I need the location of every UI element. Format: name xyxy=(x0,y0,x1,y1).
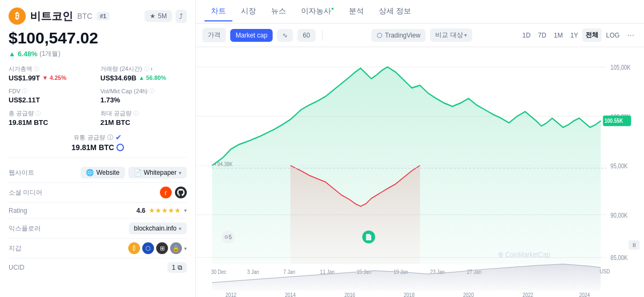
svg-text:90,00K: 90,00K xyxy=(611,212,628,219)
svg-text:2024: 2024 xyxy=(579,292,590,297)
fdv-label: FDV xyxy=(9,88,20,94)
doc-icon: 📄 xyxy=(134,169,142,176)
volume-label: 거래량 (24시간) xyxy=(100,65,142,73)
tab-farming[interactable]: 이자농사● xyxy=(295,2,340,21)
svg-text:95,00K: 95,00K xyxy=(611,162,628,169)
circulating-label: 유통 공급량 xyxy=(74,133,105,142)
coin-symbol: BTC xyxy=(77,12,92,20)
svg-text:2016: 2016 xyxy=(345,292,355,297)
total-supply-info-icon: ⓘ xyxy=(35,110,41,117)
wallet-icon-4[interactable]: 🔒 xyxy=(170,242,182,254)
annotation-5[interactable]: ⊙ 5 xyxy=(222,231,235,243)
website-button[interactable]: 🌐 Website xyxy=(80,167,125,179)
wallet-chevron-icon[interactable]: ▾ xyxy=(184,246,187,251)
volume-arrow-icon[interactable]: › xyxy=(151,66,152,72)
wallet-icon-1[interactable]: ₿ xyxy=(128,242,140,254)
star-icon: ★ xyxy=(150,12,156,20)
wallet-icon-2[interactable]: ⬡ xyxy=(142,242,154,254)
wallet-label: 지갑 xyxy=(9,244,21,253)
time-1m-button[interactable]: 1M xyxy=(551,29,566,41)
svg-text:105,00K: 105,00K xyxy=(611,64,631,71)
tab-news[interactable]: 뉴스 xyxy=(265,2,292,21)
svg-text:2020: 2020 xyxy=(463,292,474,297)
more-button[interactable]: ··· xyxy=(624,28,638,42)
svg-text:100.55K: 100.55K xyxy=(605,117,624,124)
compare-dropdown[interactable]: 비교 대상 ▾ xyxy=(430,28,472,42)
tab-chart[interactable]: 차트 xyxy=(204,2,232,21)
market-cap-change: ▼ 4.25% xyxy=(42,75,67,81)
coin-name: 비트코인 xyxy=(30,9,73,24)
toolbar-separator xyxy=(322,30,323,41)
volume-change: ▲ 56.80% xyxy=(138,75,166,81)
max-supply-info-icon: ⓘ xyxy=(133,110,138,117)
circulating-value: 19.81M BTC xyxy=(71,143,114,152)
explorer-button[interactable]: blockchain.info ▾ xyxy=(129,222,187,234)
time-1y-button[interactable]: 1Y xyxy=(567,29,582,41)
tradingview-icon: ⬡ xyxy=(377,32,382,39)
tab-detail[interactable]: 상세 정보 xyxy=(372,2,418,21)
svg-text:• 94.38K: • 94.38K xyxy=(214,161,233,167)
wallet-icon-3[interactable]: ⊞ xyxy=(156,242,168,254)
social-row: 소셜 미디어 r xyxy=(9,183,187,203)
volume-info-icon: ⓘ xyxy=(144,65,149,73)
market-cap-info-icon: ⓘ xyxy=(34,65,39,73)
globe-icon: 🌐 xyxy=(86,169,94,176)
ucid-label: UCID xyxy=(9,264,24,271)
annotation-doc[interactable]: 📄 xyxy=(362,231,375,243)
rating-chevron-icon[interactable]: ▾ xyxy=(184,207,187,213)
price-button[interactable]: 가격 xyxy=(202,28,226,42)
svg-text:2014: 2014 xyxy=(285,292,296,297)
circulating-info-icon: ⓘ xyxy=(107,133,113,142)
tradingview-button[interactable]: ⬡ TradingView xyxy=(371,29,426,42)
new-badge: ● xyxy=(331,6,334,11)
tab-market[interactable]: 시장 xyxy=(235,2,262,21)
share-button[interactable]: ⤴ xyxy=(175,10,187,23)
whitepaper-button[interactable]: 📄 Whitepaper ▾ xyxy=(128,167,187,179)
explorer-chevron-icon: ▾ xyxy=(179,226,181,232)
max-supply-label: 최대 공급량 xyxy=(100,109,131,117)
time-7d-button[interactable]: 7D xyxy=(535,29,550,41)
price-change-arrow: ▲ xyxy=(9,50,16,58)
fdv-value: US$2.11T xyxy=(9,96,95,104)
copy-icon[interactable]: ⧉ xyxy=(178,264,182,271)
svg-text:3 Jan: 3 Jan xyxy=(247,269,259,275)
share-icon: ⤴ xyxy=(179,12,183,20)
rating-value: 4.6 xyxy=(136,207,145,214)
rating-label: Rating xyxy=(9,207,27,214)
coin-logo: ₿ xyxy=(9,8,26,25)
svg-text:85,00K: 85,00K xyxy=(611,254,628,261)
market-cap-button[interactable]: Market cap xyxy=(230,29,273,42)
price-change-percent: 6.48% xyxy=(18,50,38,58)
rank-badge: #1 xyxy=(97,12,109,20)
candle-button[interactable]: 60 xyxy=(297,29,315,42)
svg-text:USD: USD xyxy=(600,268,610,274)
total-supply-value: 19.81M BTC xyxy=(9,118,95,127)
vol-mkt-value: 1.73% xyxy=(100,96,187,104)
chart-toolbar: 가격 Market cap ∿ 60 ⬡ TradingView 비교 대상 ▾… xyxy=(196,24,644,47)
time-log-button[interactable]: LOG xyxy=(603,29,623,41)
time-all-button[interactable]: 전체 xyxy=(582,28,602,42)
line-button[interactable]: ∿ xyxy=(277,29,293,42)
svg-text:30 Dec: 30 Dec xyxy=(211,269,226,275)
reddit-icon[interactable]: r xyxy=(160,187,172,198)
compare-chevron-icon: ▾ xyxy=(464,32,467,38)
fdv-info-icon: ⓘ xyxy=(22,87,27,95)
svg-text:7 Jan: 7 Jan xyxy=(283,269,295,275)
market-cap-label: 시가총액 xyxy=(9,65,32,73)
svg-text:2012: 2012 xyxy=(225,292,236,297)
time-1d-button[interactable]: 1D xyxy=(519,29,533,41)
price-change-period: (1개월) xyxy=(40,49,61,58)
chart-area: 105,00K 100,00K 95,00K 90,00K 85,00K xyxy=(196,47,644,297)
coin-price: $100,547.02 xyxy=(9,29,187,47)
chevron-down-icon: ▾ xyxy=(179,170,181,176)
website-row: 웹사이트 🌐 Website 📄 Whitepaper ▾ xyxy=(9,163,187,183)
watchlist-button[interactable]: ★ 5M xyxy=(144,10,172,22)
github-icon[interactable] xyxy=(175,187,187,198)
vol-mkt-info-icon: ⓘ xyxy=(149,87,155,95)
rating-row: Rating 4.6 ★★★★★ ▾ xyxy=(9,203,187,219)
nav-tabs: 차트 시장 뉴스 이자농사● 분석 상세 정보 xyxy=(196,0,644,24)
vol-mkt-label: Vol/Mkt Cap (24h) xyxy=(100,88,148,94)
pause-button[interactable]: ⏸ xyxy=(628,240,640,250)
tab-analysis[interactable]: 분석 xyxy=(342,2,370,21)
ucid-value: 1 ⧉ xyxy=(167,262,187,273)
